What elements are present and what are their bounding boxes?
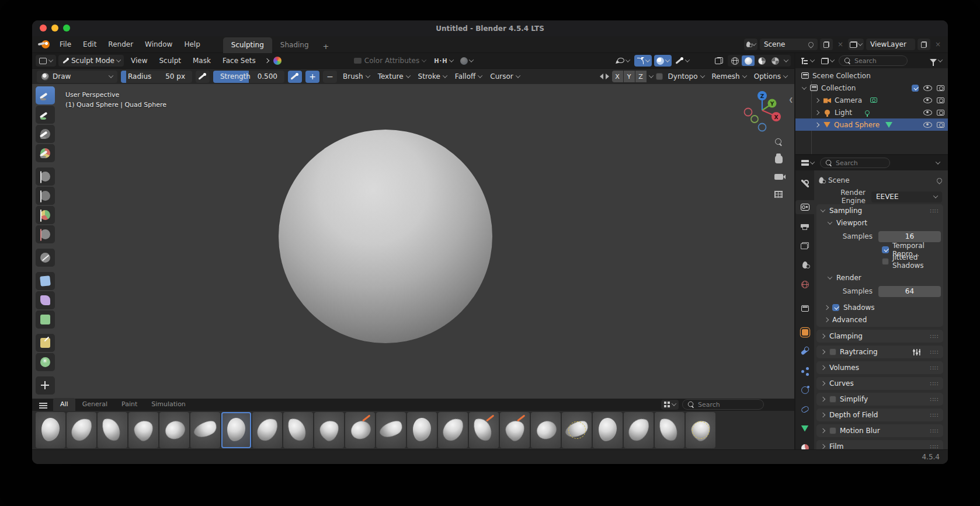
brush-thumbnail[interactable] (128, 412, 158, 448)
tool-line-project[interactable] (36, 249, 55, 267)
chevron-down-icon[interactable] (936, 159, 940, 164)
chevron-right-icon[interactable] (815, 110, 819, 114)
direction-subtract-button[interactable]: − (323, 71, 337, 83)
tab-output[interactable] (795, 219, 814, 233)
tool-move[interactable] (36, 376, 55, 395)
drag-dots-icon[interactable]: ∷∷ (930, 349, 939, 355)
subpanel-viewport-header[interactable]: Viewport (816, 217, 943, 229)
drag-dots-icon[interactable]: ∷∷ (930, 208, 939, 214)
tool-smear-brush[interactable] (36, 125, 55, 143)
temporal-reprojection-checkbox[interactable] (882, 246, 889, 253)
chevron-right-icon[interactable] (815, 122, 819, 127)
toggle-xray-button[interactable] (713, 55, 725, 67)
brush-thumbnail[interactable] (159, 412, 189, 448)
tab-collection[interactable] (795, 301, 814, 315)
annotation-button[interactable] (674, 55, 691, 67)
motion-blur-checkbox[interactable] (829, 427, 836, 434)
camera-view-button[interactable] (772, 170, 785, 183)
drag-dots-icon[interactable]: ∷∷ (930, 381, 939, 387)
close-window-button[interactable] (40, 25, 47, 32)
tab-render[interactable] (795, 200, 814, 214)
menu-help[interactable]: Help (179, 39, 205, 50)
tool-box-hide[interactable] (36, 187, 55, 205)
drag-dots-icon[interactable]: ∷∷ (930, 428, 939, 434)
render-visibility-icon[interactable] (937, 122, 944, 128)
render-visibility-icon[interactable] (937, 110, 944, 116)
scene-duplicate-button[interactable] (820, 39, 833, 50)
eye-icon[interactable] (923, 122, 932, 128)
tool-box-face-set[interactable] (36, 206, 55, 224)
tab-view-layer[interactable] (795, 239, 814, 253)
tool-box-trim[interactable] (36, 225, 55, 243)
drag-dots-icon[interactable]: ∷∷ (930, 444, 939, 450)
brush-thumbnail[interactable] (469, 412, 499, 448)
brush-thumbnail[interactable] (438, 412, 468, 448)
remesh-popover[interactable]: Remesh (710, 72, 749, 81)
tab-particles[interactable] (795, 364, 814, 378)
dyntopo-popover[interactable]: Dyntopo (666, 72, 707, 81)
menu-face-sets[interactable]: Face Sets (218, 55, 260, 67)
brush-thumbnail[interactable] (36, 412, 65, 448)
tab-physics[interactable] (795, 383, 814, 397)
show-object-types-button[interactable] (614, 55, 632, 67)
outliner-row-quad-sphere[interactable]: Quad Sphere (795, 118, 948, 131)
panel-sampling-header[interactable]: Sampling ∷∷ (816, 204, 943, 217)
mode-dropdown[interactable]: Sculpt Mode (58, 55, 124, 67)
render-samples-field[interactable]: 64 (878, 286, 941, 297)
panel-film[interactable]: Film∷∷ (816, 440, 943, 449)
chevron-right-icon[interactable] (265, 58, 269, 63)
blender-logo-icon[interactable] (38, 40, 50, 48)
outliner-filter-button[interactable] (927, 55, 944, 67)
tool-paint-brush[interactable] (36, 106, 55, 124)
symmetry-z-toggle[interactable]: Z (635, 71, 647, 82)
collection-enable-checkbox[interactable] (912, 85, 919, 92)
options-popover[interactable]: Options (752, 72, 790, 81)
panel-simplify[interactable]: Simplify∷∷ (816, 393, 943, 406)
shelf-tab-general[interactable]: General (75, 398, 114, 411)
outliner-display-mode-dropdown[interactable] (799, 55, 816, 67)
adjuster-icon[interactable] (913, 349, 920, 355)
properties-search-input[interactable]: Search (820, 158, 890, 168)
tab-modifiers[interactable] (795, 344, 814, 358)
brush-thumbnail[interactable] (407, 412, 437, 448)
properties-editor-type-dropdown[interactable] (799, 157, 816, 169)
drag-dots-icon[interactable]: ∷∷ (930, 333, 939, 340)
outliner-search-input[interactable]: Search (839, 55, 908, 66)
shading-rendered-button[interactable] (769, 55, 781, 66)
panel-depth-of-field[interactable]: Depth of Field∷∷ (816, 409, 943, 421)
menu-mask[interactable]: Mask (188, 55, 216, 67)
outliner-row-collection[interactable]: Collection (795, 82, 948, 94)
panel-clamping[interactable]: Clamping∷∷ (816, 330, 943, 343)
brush-thumbnail[interactable] (655, 412, 684, 448)
shading-solid-button[interactable] (742, 55, 755, 66)
tool-color-filter[interactable] (36, 310, 55, 329)
scene-name-field[interactable]: Scene (760, 39, 818, 50)
stroke-popover[interactable]: Stroke (416, 72, 449, 81)
shading-material-button[interactable] (755, 55, 768, 66)
menu-view[interactable]: View (126, 55, 152, 67)
render-visibility-icon[interactable] (937, 85, 944, 91)
brush-thumbnail[interactable] (190, 412, 220, 448)
material-preview-ball-icon[interactable] (273, 57, 282, 65)
editor-type-dropdown[interactable] (36, 55, 56, 67)
brush-thumbnail[interactable] (252, 412, 282, 448)
falloff-shape-button[interactable]: H·H (432, 55, 456, 67)
outliner-row-camera[interactable]: Camera (795, 94, 948, 106)
brush-thumbnail[interactable] (67, 412, 96, 448)
brush-popover[interactable]: Brush (340, 72, 372, 81)
menu-render[interactable]: Render (103, 39, 138, 50)
brush-thumbnail[interactable] (531, 412, 561, 448)
tool-mesh-filter[interactable] (36, 272, 55, 290)
render-visibility-icon[interactable] (937, 97, 944, 103)
brush-thumbnail[interactable] (345, 412, 375, 448)
workspace-tab-sculpting[interactable]: Sculpting (223, 37, 272, 53)
hamburger-menu-icon[interactable] (39, 403, 47, 409)
region-collapse-arrow[interactable]: ❮ (788, 97, 793, 103)
brush-thumbnail[interactable] (283, 412, 313, 448)
texture-popover[interactable]: Texture (376, 72, 412, 81)
brush-thumbnail[interactable] (314, 412, 344, 448)
shelf-display-mode-button[interactable] (661, 400, 679, 410)
tab-scene[interactable] (795, 258, 814, 272)
brush-thumbnail[interactable] (593, 412, 623, 448)
outliner-row-scene-collection[interactable]: Scene Collection (795, 69, 948, 82)
